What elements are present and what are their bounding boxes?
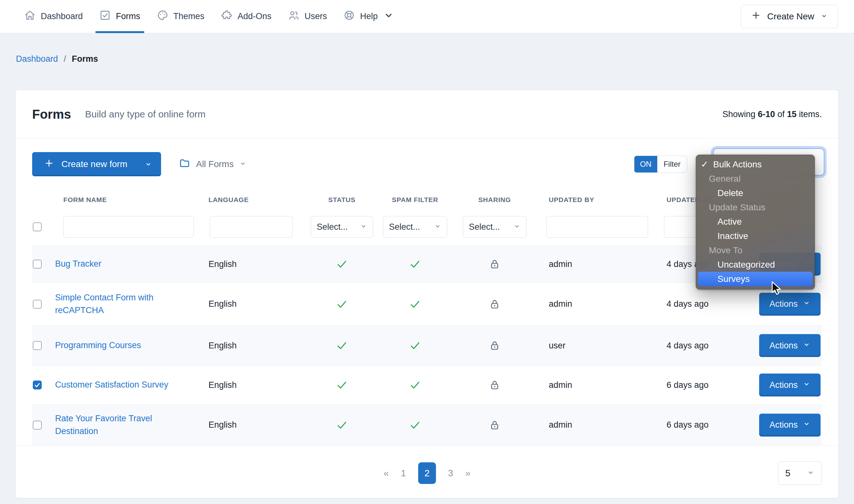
filter-updated-by-input[interactable]: [546, 216, 648, 238]
filter-toggle-on[interactable]: ON: [634, 156, 657, 173]
showing-count: Showing 6-10 of 15 items.: [723, 109, 822, 119]
card-header: Forms Build any type of online form Show…: [16, 90, 838, 139]
col-language: LANGUAGE: [209, 196, 308, 204]
nav-item-themes[interactable]: Themes: [149, 0, 213, 33]
menu-item-active[interactable]: Active: [696, 214, 815, 229]
row-checkbox[interactable]: [33, 259, 42, 269]
create-new-button[interactable]: Create New: [741, 5, 838, 28]
status-check-icon: [308, 379, 375, 391]
col-status: STATUS: [308, 196, 375, 204]
row-checkbox[interactable]: [33, 300, 42, 309]
pagination-bar: « 1 2 3 » 5: [16, 445, 838, 501]
pager: « 1 2 3 »: [384, 462, 470, 484]
menu-item-bulk-actions[interactable]: ✓ Bulk Actions: [696, 157, 815, 172]
status-check-icon: [308, 298, 375, 310]
col-sharing: SHARING: [455, 196, 534, 204]
menu-group-general: General: [696, 172, 815, 186]
form-name-link[interactable]: Bug Tracker: [55, 258, 102, 270]
row-checkbox-checked[interactable]: [33, 380, 42, 390]
create-form-dropdown-caret[interactable]: [132, 160, 161, 168]
breadcrumb-dashboard-link[interactable]: Dashboard: [16, 54, 58, 64]
filter-toggle[interactable]: ON Filter: [634, 156, 687, 173]
nav-item-add-ons[interactable]: Add-Ons: [213, 0, 280, 33]
actions-button[interactable]: Actions: [759, 293, 821, 316]
chevron-down-icon: [434, 222, 441, 232]
pagination-page-2-current[interactable]: 2: [418, 462, 436, 484]
check-icon: ✓: [701, 159, 708, 169]
form-name-link[interactable]: Simple Contact Form with reCAPTCHA: [55, 291, 170, 316]
chevron-down-icon: [807, 468, 815, 479]
select-all-checkbox[interactable]: [33, 222, 42, 231]
filter-sharing-select[interactable]: Select...: [463, 216, 527, 238]
updated-by-cell: admin: [534, 380, 652, 390]
row-checkbox[interactable]: [33, 421, 42, 430]
sharing-lock-icon: [455, 340, 534, 351]
top-nav: Dashboard Forms Themes Add-Ons Users Hel…: [0, 0, 854, 33]
form-name-link[interactable]: Customer Satisfaction Survey: [55, 379, 168, 391]
actions-button[interactable]: Actions: [759, 374, 821, 396]
menu-group-update-status: Update Status: [696, 200, 815, 214]
create-new-form-label: Create new form: [61, 159, 127, 169]
sharing-lock-icon: [455, 258, 534, 270]
spam-check-icon: [375, 379, 455, 391]
chevron-down-icon: [803, 299, 811, 309]
filter-spam-select[interactable]: Select...: [383, 216, 447, 238]
pagination-page-3[interactable]: 3: [448, 468, 453, 479]
status-check-icon: [308, 340, 375, 352]
col-updated-by: UPDATED BY: [534, 196, 652, 204]
menu-item-surveys[interactable]: Surveys: [698, 272, 813, 286]
filter-status-select[interactable]: Select...: [311, 216, 373, 238]
filter-form-name-input[interactable]: [63, 216, 194, 238]
nav-label: Add-Ons: [237, 12, 271, 21]
chevron-down-icon: [383, 10, 394, 23]
filter-language-input[interactable]: [210, 216, 292, 238]
breadcrumb-separator: /: [64, 54, 66, 64]
sharing-lock-icon: [455, 419, 534, 431]
breadcrumb: Dashboard / Forms: [16, 54, 98, 64]
nav-label: Dashboard: [41, 12, 83, 21]
table-row: Rate Your Favorite Travel Destination En…: [32, 404, 822, 445]
nav-label: Users: [305, 12, 327, 21]
spam-check-icon: [375, 298, 455, 310]
filter-toggle-label[interactable]: Filter: [657, 156, 687, 173]
bulk-actions-menu: ✓ Bulk Actions General Delete Update Sta…: [696, 155, 815, 290]
page-subtitle: Build any type of online form: [85, 109, 206, 120]
language-cell: English: [209, 341, 308, 350]
page-title: Forms: [32, 107, 71, 122]
row-checkbox[interactable]: [33, 341, 42, 350]
menu-item-inactive[interactable]: Inactive: [696, 229, 815, 243]
sharing-lock-icon: [455, 379, 534, 391]
users-icon: [288, 10, 300, 23]
nav-item-forms[interactable]: Forms: [91, 0, 149, 33]
form-name-link[interactable]: Programming Courses: [55, 339, 141, 352]
nav-item-help[interactable]: Help: [335, 0, 403, 33]
pagination-last[interactable]: »: [465, 468, 470, 479]
menu-item-uncategorized[interactable]: Uncategorized: [696, 257, 815, 272]
updated-by-cell: admin: [534, 420, 652, 430]
chevron-down-icon: [803, 380, 811, 390]
form-name-link[interactable]: Rate Your Favorite Travel Destination: [55, 412, 170, 437]
menu-group-move-to: Move To: [696, 243, 815, 257]
chevron-down-icon: [513, 222, 520, 232]
actions-button[interactable]: Actions: [759, 414, 821, 436]
pagination-first[interactable]: «: [384, 468, 389, 479]
language-cell: English: [209, 259, 308, 269]
language-cell: English: [209, 420, 308, 430]
actions-button[interactable]: Actions: [759, 334, 821, 357]
menu-item-delete[interactable]: Delete: [696, 186, 815, 200]
page-size-value: 5: [785, 468, 790, 479]
nav-item-dashboard[interactable]: Dashboard: [16, 0, 91, 33]
pagination-page-1[interactable]: 1: [401, 468, 406, 479]
create-new-form-button[interactable]: Create new form: [32, 152, 161, 176]
spam-check-icon: [375, 340, 455, 352]
nav-item-users[interactable]: Users: [280, 0, 336, 33]
folder-filter[interactable]: All Forms: [179, 158, 246, 171]
chevron-down-icon: [239, 159, 246, 169]
page-size-select[interactable]: 5: [778, 461, 822, 485]
folder-filter-label: All Forms: [196, 159, 234, 169]
puzzle-icon: [221, 10, 232, 23]
nav-items: Dashboard Forms Themes Add-Ons Users Hel…: [16, 0, 403, 33]
home-icon: [24, 10, 36, 23]
nav-label: Themes: [174, 12, 204, 21]
spam-check-icon: [375, 258, 455, 270]
